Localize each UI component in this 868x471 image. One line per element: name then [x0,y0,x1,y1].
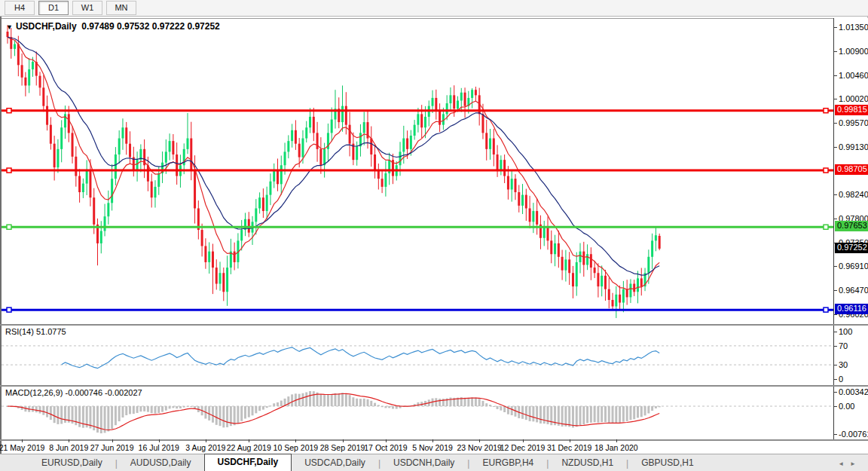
price-tick-label: 0.96470 [839,286,868,295]
price-tick-label: 0.98240 [839,190,868,199]
date-tick-label: 21 May 2019 [0,443,44,452]
timeframe-button-mn[interactable]: MN [106,1,136,15]
macd-tick-label: -0.007615 [839,430,868,439]
date-tick-label: 3 Aug 2019 [185,443,225,452]
line-handle[interactable] [7,225,11,229]
timeframe-toolbar: H4 D1 W1 MN [0,0,868,17]
tab-nzdusd-h1[interactable]: NZDUSD,H1 [549,455,626,471]
rsi-axis[interactable]: 10070300 [833,326,868,385]
date-tick-label: 12 Dec 2019 [500,443,546,452]
tab-eurgbp-h4[interactable]: EURGBP,H4 [469,455,546,471]
axis-tick-mark [834,406,837,407]
tab-usdcnh-daily[interactable]: USDCNH,Daily [381,455,467,471]
date-axis[interactable]: 21 May 20198 Jun 201927 Jun 201916 Jul 2… [2,441,868,454]
axis-tick-mark [834,27,837,28]
tab-audusd-daily[interactable]: AUDUSD,Daily [118,455,204,471]
horizontal-line-3[interactable] [2,225,833,229]
date-tick-mark [69,439,69,442]
rsi-tick-label: 70 [839,341,848,350]
hline-price-tag-4: 0.96116 [835,304,868,314]
rsi-tick-label: 100 [839,327,852,336]
timeframe-button-d1[interactable]: D1 [38,1,69,15]
axis-tick-mark [834,379,837,380]
date-tick-mark [112,439,113,442]
rsi-tick-label: 0 [839,375,843,384]
line-handle[interactable] [824,307,828,312]
date-tick-label: 8 Jun 2019 [49,443,88,452]
date-tick-label: 22 Aug 2019 [227,443,271,452]
date-tick-mark [523,439,524,442]
tab-eurusd-daily[interactable]: EURUSD,Daily [29,455,115,471]
ma-slow-line[interactable] [8,37,659,275]
price-tick-label: 0.99570 [839,118,868,127]
price-tick-label: 1.00900 [839,47,868,56]
tab-scroll-arrows: ◄► [838,460,862,467]
price-tick-label: 1.00020 [839,94,868,103]
price-tick-label: 1.01350 [839,23,868,32]
line-handle[interactable] [7,307,11,312]
line-handle[interactable] [824,109,828,113]
hline-price-tag-1: 0.99815 [835,105,868,115]
tab-gbpusd-h1[interactable]: GBPUSD,H1 [628,455,706,471]
rsi-tick-label: 30 [839,360,848,369]
chart-ohlc-values: 0.97489 0.97532 0.97222 0.97252 [81,21,220,32]
tab-usdcad-daily[interactable]: USDCAD,Daily [292,455,378,471]
price-tick-label: 1.00460 [839,71,868,80]
macd-histogram [7,391,661,433]
horizontal-line-4[interactable] [2,307,833,312]
macd-tick-label: 0.00 [839,402,854,411]
timeframe-button-w1[interactable]: W1 [72,1,102,15]
ma-fast-line[interactable] [8,37,659,289]
axis-tick-mark [834,365,837,365]
scroll-tabs-right-icon[interactable]: ► [850,460,862,467]
date-tick-label: 18 Jan 2020 [594,443,638,452]
rsi-indicator-pane[interactable]: RSI(14) 51.0775 [2,326,833,385]
horizontal-line-2[interactable] [2,168,833,173]
scroll-tabs-left-icon[interactable]: ◄ [838,460,850,467]
axis-tick-mark [834,219,837,219]
price-tick-label: 0.99130 [839,142,868,151]
trading-terminal-window: H4 D1 W1 MN ▼USDCHF,Daily 0.97489 0.9753… [0,0,868,471]
axis-tick-mark [834,147,837,148]
axis-tick-mark [834,75,837,76]
chart-title: ▼USDCHF,Daily 0.97489 0.97532 0.97222 0.… [6,21,220,32]
date-tick-mark [616,439,617,442]
macd-axis[interactable]: 0.0034280.00-0.007615 [833,387,868,439]
date-tick-mark [249,439,249,442]
chart-tabs-bar: EURUSD,Daily|AUDUSD,DailyUSDCHF,DailyUSD… [0,454,868,471]
axis-tick-mark [834,434,837,435]
chart-symbol-label: USDCHF,Daily [16,21,77,32]
axis-tick-mark [834,51,837,52]
candlestick-chart[interactable] [2,19,833,325]
date-tick-mark [570,439,570,442]
date-tick-label: 23 Nov 2019 [457,443,502,452]
macd-tick-label: 0.003428 [839,387,868,396]
date-tick-mark [22,439,23,442]
candles-layer [7,25,661,318]
date-tick-mark [206,439,206,442]
rsi-label: RSI(14) 51.0775 [5,327,66,336]
horizontal-line-1[interactable] [2,109,833,113]
date-tick-label: 17 Oct 2019 [364,443,407,452]
symbol-marker-icon: ▼ [6,23,13,31]
date-tick-mark [295,439,296,442]
axis-tick-mark [834,290,837,291]
line-handle[interactable] [824,225,828,229]
line-handle[interactable] [7,109,11,113]
price-tick-label: 0.96910 [839,261,868,271]
price-chart-pane[interactable]: ▼USDCHF,Daily 0.97489 0.97532 0.97222 0.… [2,18,833,325]
price-axis[interactable]: 1.013501.009001.004601.000200.995700.991… [833,18,868,324]
line-handle[interactable] [7,168,11,173]
macd-indicator-pane[interactable]: MACD(12,26,9) -0.000746 -0.002027 [2,387,833,439]
hline-price-tag-3: 0.97653 [835,221,868,231]
date-tick-mark [432,439,433,442]
date-tick-label: 28 Sep 2019 [320,443,365,452]
hline-price-tag-2: 0.98705 [835,164,868,175]
tab-usdchf-daily[interactable]: USDCHF,Daily [204,454,292,471]
axis-tick-mark [834,346,837,347]
axis-tick-mark [834,123,837,124]
axis-tick-mark [834,392,837,393]
line-handle[interactable] [824,168,828,173]
date-tick-label: 10 Sep 2019 [274,443,319,452]
timeframe-button-h4[interactable]: H4 [5,1,35,15]
